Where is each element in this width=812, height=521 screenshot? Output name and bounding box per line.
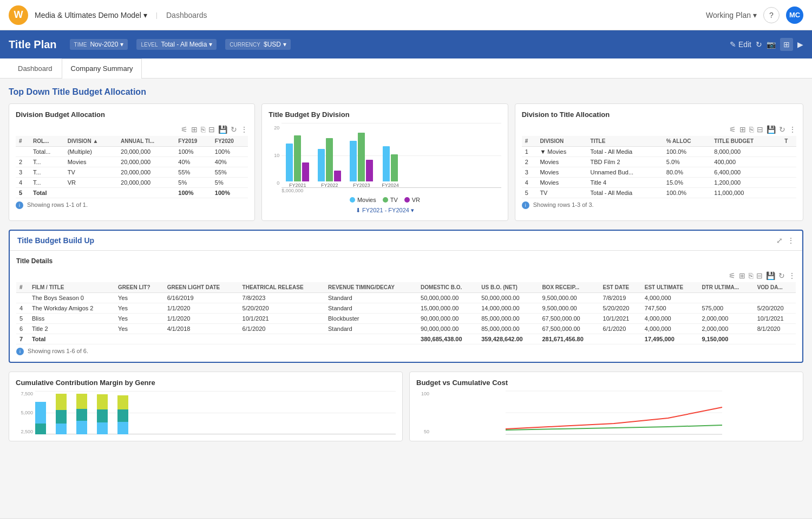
bar <box>383 146 390 181</box>
bar <box>391 154 398 181</box>
cum-bar <box>117 409 128 422</box>
cum-bar <box>97 422 108 434</box>
cum-bar <box>56 410 67 424</box>
bar <box>366 160 373 181</box>
chart-range-selector[interactable]: ⬇ FY2021 - FY2024 ▾ <box>356 207 414 213</box>
filter-icon[interactable]: ⚟ <box>729 125 736 134</box>
build-up-title: Title Budget Build Up <box>17 236 776 245</box>
build-up-table: # FILM / TITLE GREEN LIT? GREEN LIGHT DA… <box>16 282 796 344</box>
vr-legend-dot <box>404 197 410 203</box>
chart-legend: Movies TV VR <box>269 197 501 203</box>
table-row: Total...(Multiple)20,000,000100%100% <box>16 147 248 157</box>
table-row: 6Title 2Yes4/1/20186/1/2020Standard90,00… <box>16 324 796 334</box>
cum-bar <box>117 422 128 434</box>
table-row: 5TVTotal - All Media100.0%11,000,000 <box>522 188 796 198</box>
page-title: Title Plan <box>9 38 57 51</box>
tabs-bar: Dashboard Company Summary <box>0 58 812 79</box>
col-division: DIVISION ▲ <box>64 136 117 147</box>
table-row: 2T...Movies20,000,00040%40% <box>16 157 248 167</box>
bar <box>302 162 309 181</box>
division-title-alloc-toolbar: ⚟ ⊞ ⎘ ⊟ 💾 ↻ ⋮ <box>522 123 796 136</box>
add-icon[interactable]: ⊞ <box>191 125 198 134</box>
more-icon[interactable]: ⋮ <box>787 236 795 245</box>
copy-icon[interactable]: ⎘ <box>749 271 753 280</box>
top-nav: W Media & Ultimates Demo Model ▾ | Dashb… <box>0 0 812 30</box>
cum-bar <box>56 394 67 410</box>
footer: © 2020 Workday, Inc. All rights reserved… <box>0 518 812 521</box>
showing-rows-label: i Showing rows 1-1 of 1. <box>16 201 248 209</box>
col-num: # <box>16 136 30 147</box>
bar <box>326 138 333 181</box>
nav-divider: | <box>156 11 158 19</box>
cum-bar <box>76 421 87 434</box>
table-row: 5BlissYes1/1/202010/1/2021Blockbuster90,… <box>16 314 796 324</box>
budget-vs-cost-title: Budget vs Cumulative Cost <box>416 379 796 387</box>
refresh-button[interactable]: ↻ <box>756 40 762 49</box>
save-icon[interactable]: 💾 <box>218 125 227 134</box>
title-budget-chart-card: Title Budget By Division 20 10 0 <box>261 103 508 221</box>
add-icon[interactable]: ⊞ <box>739 125 746 134</box>
division-budget-table: # ROL... DIVISION ▲ ANNUAL TI... FY2019 … <box>16 136 248 198</box>
bar <box>318 149 325 181</box>
more-icon[interactable]: ⋮ <box>240 125 248 134</box>
build-up-table-wrap: # FILM / TITLE GREEN LIT? GREEN LIGHT DA… <box>16 282 796 344</box>
table-row: 4T...VR20,000,0005%5% <box>16 178 248 188</box>
filter-icon[interactable]: ⚟ <box>181 125 188 134</box>
user-avatar[interactable]: MC <box>786 6 803 24</box>
showing-rows-label-3: i Showing rows 1-6 of 6. <box>16 348 796 355</box>
movies-legend-dot <box>350 197 355 203</box>
currency-filter[interactable]: CURRENCY $USD ▾ <box>225 39 291 50</box>
delete-icon[interactable]: ⊟ <box>756 271 763 280</box>
copy-icon[interactable]: ⎘ <box>201 125 205 134</box>
add-icon[interactable]: ⊞ <box>739 271 745 280</box>
level-filter[interactable]: LEVEL Total - All Media ▾ <box>136 39 217 50</box>
info-icon: i <box>16 348 24 355</box>
filter-icon[interactable]: ⚟ <box>729 271 736 280</box>
video-button[interactable]: ▶ <box>797 40 803 49</box>
working-plan-selector[interactable]: Working Plan ▾ <box>706 11 757 19</box>
tab-company-summary[interactable]: Company Summary <box>62 58 142 79</box>
title-budget-chart-title: Title Budget By Division <box>269 110 501 119</box>
line-chart-svg <box>431 391 796 434</box>
expand-icon[interactable]: ⤢ <box>776 236 783 245</box>
edit-button[interactable]: ✎ Edit <box>730 40 751 49</box>
info-icon: i <box>522 201 529 209</box>
app-logo: W <box>9 5 28 25</box>
copy-icon[interactable]: ⎘ <box>749 125 754 134</box>
title-bar: Title Plan TIME Nov-2020 ▾ LEVEL Total -… <box>0 30 812 58</box>
model-selector[interactable]: Media & Ultimates Demo Model ▾ <box>35 11 147 19</box>
refresh-icon[interactable]: ↻ <box>779 125 785 134</box>
total-row: 7Total380,685,438.00359,428,642.00281,67… <box>16 334 796 344</box>
total-row: 5Total100%100% <box>16 188 248 198</box>
division-budget-card: Division Budget Allocation ⚟ ⊞ ⎘ ⊟ 💾 ↻ ⋮… <box>9 103 255 221</box>
more-icon[interactable]: ⋮ <box>789 125 796 134</box>
refresh-icon[interactable]: ↻ <box>231 125 237 134</box>
col-fy2019: FY2019 <box>175 136 211 147</box>
col-rol: ROL... <box>30 136 64 147</box>
more-icon[interactable]: ⋮ <box>788 271 796 280</box>
table-row: 1▼ MoviesTotal - All Media100.0%8,000,00… <box>522 147 796 157</box>
division-budget-toolbar: ⚟ ⊞ ⎘ ⊟ 💾 ↻ ⋮ <box>16 123 248 136</box>
col-annual: ANNUAL TI... <box>117 136 175 147</box>
bar <box>358 133 365 181</box>
showing-rows-label-2: i Showing rows 1-3 of 3. <box>522 201 796 209</box>
time-filter[interactable]: TIME Nov-2020 ▾ <box>70 39 128 50</box>
chevron-down-icon: ▾ <box>283 41 286 48</box>
top-cards-row: Division Budget Allocation ⚟ ⊞ ⎘ ⊟ 💾 ↻ ⋮… <box>9 103 803 221</box>
help-button[interactable]: ? <box>763 7 780 23</box>
chevron-down-icon: ▾ <box>120 41 123 48</box>
delete-icon[interactable]: ⊟ <box>208 125 215 134</box>
grid-view-button[interactable]: ⊞ <box>780 38 793 51</box>
camera-icon: 📷 <box>767 40 776 49</box>
cum-bar <box>97 394 108 409</box>
save-icon[interactable]: 💾 <box>767 125 776 134</box>
tab-dashboard[interactable]: Dashboard <box>9 58 62 78</box>
chevron-down-icon: ▾ <box>753 11 757 19</box>
nav-dashboards[interactable]: Dashboards <box>166 11 207 19</box>
save-icon[interactable]: 💾 <box>766 271 775 280</box>
division-budget-title: Division Budget Allocation <box>16 110 248 119</box>
delete-icon[interactable]: ⊟ <box>757 125 763 134</box>
title-details-subtitle: Title Details <box>16 257 796 265</box>
camera-button[interactable]: 📷 <box>767 40 776 49</box>
refresh-icon[interactable]: ↻ <box>778 271 785 280</box>
